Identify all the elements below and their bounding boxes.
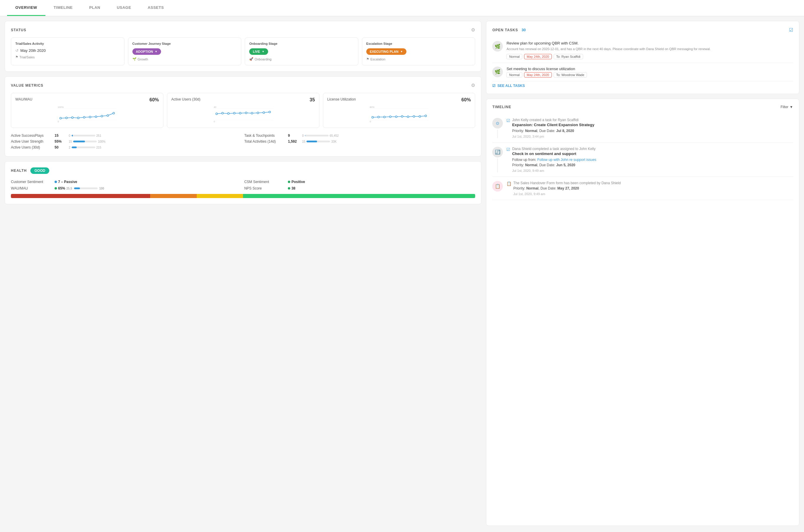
health-bar-segment [127, 194, 150, 198]
status-item-trial: Trial/Sales Activity ↺ May 20th 2020 ⚑ T… [11, 37, 125, 65]
timeline-link-2[interactable]: Follow up with John re support issues [537, 158, 596, 162]
timeline-time-1: Jul 1st, 2020, 3:44 pm [512, 135, 594, 138]
status-label-onboarding: Onboarding Stage [249, 42, 354, 45]
main-layout: STATUS ⚙ Trial/Sales Activity ↺ May 20th… [0, 16, 804, 531]
status-title: STATUS [11, 28, 26, 32]
metrics-settings-icon[interactable]: ⚙ [471, 82, 475, 88]
chart-license: License Utilization 60% 80% [323, 93, 475, 128]
task-body-2: Set meeting to discuss license utilizati… [507, 66, 793, 77]
health-left: Customer Sentiment 7 – Passive WAU/MAU 6… [11, 178, 242, 192]
wau-dot [55, 187, 57, 190]
right-column: OPEN TASKS 30 ☑ 🌿 Review plan for upcomi… [486, 21, 799, 526]
svg-point-32 [378, 116, 379, 118]
tab-plan[interactable]: PLAN [81, 0, 109, 16]
nps-dot [288, 187, 290, 190]
tasks-header: OPEN TASKS 30 ☑ [492, 27, 793, 33]
svg-point-34 [389, 116, 391, 118]
health-title: HEALTH [11, 169, 27, 173]
escalation-badge[interactable]: EXECUTING PLAN ▼ [366, 48, 406, 55]
svg-point-23 [251, 112, 253, 114]
value-metrics-title: VALUE METRICS [11, 83, 43, 88]
chart-wau-header: WAU/MAU 60% [15, 97, 159, 102]
status-settings-icon[interactable]: ⚙ [471, 27, 475, 33]
timeline-meta-1: John Kelly created a task for Ryan Scaff… [512, 118, 594, 122]
svg-point-35 [395, 116, 397, 118]
health-bar-segment [313, 194, 336, 198]
timeline-item-3: 📋 📋 The Sales Handover Form form has bee… [492, 177, 793, 200]
top-nav: OVERVIEW TIMELINE PLAN USAGE ASSETS [0, 0, 804, 16]
tab-overview[interactable]: OVERVIEW [7, 0, 45, 16]
journey-badge[interactable]: ADOPTION ▼ [132, 48, 161, 55]
bottom-metrics-left: Active SuccessPlays 15 0 251 Active User… [11, 133, 242, 150]
timeline-time-3: Jul 1st, 2020, 9:49 am [513, 192, 621, 196]
svg-point-10 [101, 115, 103, 117]
timeline-icon-3: 📋 [492, 181, 503, 192]
status-item-journey: Customer Journey Stage ADOPTION ▼ 🌱 Grow… [128, 37, 241, 65]
svg-point-40 [425, 115, 426, 117]
status-label-trial: Trial/Sales Activity [15, 42, 120, 45]
tab-timeline[interactable]: TIMELINE [45, 0, 81, 16]
timeline-title: TIMELINE [492, 105, 511, 109]
svg-point-8 [89, 116, 91, 118]
task-item-2: 🌿 Set meeting to discuss license utiliza… [492, 63, 793, 81]
health-bar-segment [104, 194, 127, 198]
timeline-detail-2: Follow up from: Follow up with John re s… [512, 157, 596, 163]
status-item-onboarding: Onboarding Stage LIVE ▼ 🚀 Onboarding [245, 37, 358, 65]
svg-point-26 [269, 111, 271, 113]
timeline-card: TIMELINE Filter ▼ ⊙ [486, 99, 799, 526]
svg-text:0: 0 [214, 120, 215, 122]
open-tasks-card: OPEN TASKS 30 ☑ 🌿 Review plan for upcomi… [486, 21, 799, 94]
timeline-meta-2: Dana Shield completed a task assigned to… [512, 147, 596, 151]
status-value-trial: ↺ May 20th 2020 [15, 48, 120, 53]
status-sub-onboarding: 🚀 Onboarding [249, 57, 354, 61]
svg-point-17 [216, 113, 217, 115]
timeline-time-2: Jul 1st, 2020, 9:49 am [512, 169, 596, 172]
health-bar-segment [80, 194, 104, 198]
svg-text:0: 0 [57, 120, 59, 122]
health-bar-segment [290, 194, 313, 198]
task-tags-1: Normal May 24th, 2020 To: Ryan Scaffidi [507, 54, 793, 59]
svg-point-33 [383, 116, 385, 118]
status-sub-trial: ⚑ Trial/Sales [15, 55, 120, 59]
health-card: HEALTH GOOD Customer Sentiment 7 – Passi… [5, 161, 481, 204]
task-avatar-1: 🌿 [492, 41, 503, 52]
task-to-1: To: Ryan Scaffidi [553, 54, 583, 59]
health-right: CSM Sentiment Positive NPS Score 38 [244, 178, 475, 192]
health-color-bar [11, 194, 475, 198]
see-all-tasks[interactable]: ☑ SEE ALL TASKS [492, 84, 793, 88]
license-chart: 80% 0 [327, 105, 471, 122]
timeline-item-1: ⊙ ☑ John Kelly created a task for Ryan S… [492, 114, 793, 142]
tab-usage[interactable]: USAGE [109, 0, 140, 16]
health-header: HEALTH GOOD [11, 167, 475, 174]
svg-point-22 [245, 112, 247, 114]
metrics-chart-grid: WAU/MAU 60% 100% [11, 93, 475, 128]
tab-assets[interactable]: ASSETS [140, 0, 172, 16]
chart-license-header: License Utilization 60% [327, 97, 471, 102]
status-sub-journey: 🌱 Growth [132, 57, 237, 61]
bottom-metrics: Active SuccessPlays 15 0 251 Active User… [11, 133, 475, 150]
svg-point-37 [407, 116, 409, 118]
tasks-checkbox-icon[interactable]: ☑ [789, 27, 793, 33]
task-to-2: To: Woodrow Wade [553, 72, 587, 77]
task-priority-1: Normal [507, 54, 522, 59]
timeline-header: TIMELINE Filter ▼ [492, 105, 793, 109]
svg-point-5 [71, 117, 73, 118]
value-metrics-card: VALUE METRICS ⚙ WAU/MAU 60% 100% [5, 76, 481, 156]
task-done-icon-2: ☑ [507, 147, 510, 152]
onboarding-badge[interactable]: LIVE ▼ [249, 48, 268, 55]
chart-wau-mau: WAU/MAU 60% 100% [11, 93, 163, 128]
health-bar-segment [452, 194, 475, 198]
svg-point-24 [257, 112, 259, 114]
svg-point-3 [59, 117, 61, 119]
task-title-1: Review plan for upcoming QBR with CSM. [507, 41, 793, 45]
check-icon-1: ⊙ [496, 121, 499, 126]
timeline-item-2: 🔄 ☑ Dana Shield completed a task assigne… [492, 142, 793, 177]
status-sub-escalation: ⚑ Escalation [366, 57, 471, 61]
timeline-filter-btn[interactable]: Filter ▼ [781, 105, 793, 109]
timeline-body-3: 📋 The Sales Handover Form form has been … [507, 181, 793, 196]
csm-dot [288, 181, 290, 183]
svg-point-25 [263, 112, 264, 113]
svg-point-36 [401, 116, 403, 117]
chart-active-header: Active Users (30d) 35 [171, 97, 315, 102]
timeline-detail-3: Priority: Normal, Due Date: May 27, 2020 [513, 186, 621, 191]
